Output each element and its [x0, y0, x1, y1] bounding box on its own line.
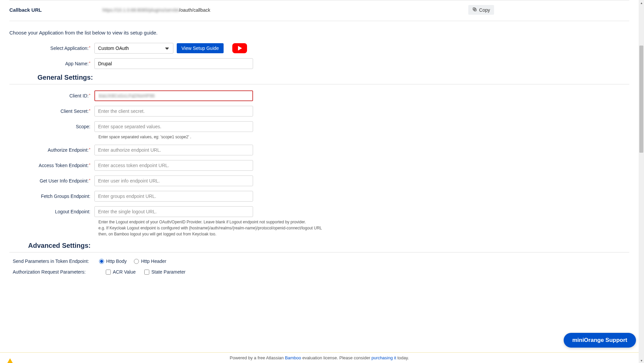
http-header-option[interactable]: Http Header: [134, 259, 166, 264]
user-info-endpoint-input[interactable]: [94, 175, 253, 186]
send-params-label: Send Parameters in Token Endpoint:: [9, 259, 94, 264]
callback-url-label: Callback URL: [9, 7, 102, 13]
state-parameter-checkbox[interactable]: [144, 270, 149, 275]
intro-text: Choose your Application from the list be…: [9, 30, 629, 35]
copy-icon: [472, 7, 477, 13]
app-name-label: App Name:: [9, 61, 94, 66]
state-parameter-option[interactable]: State Parameter: [144, 269, 185, 275]
callback-url-clear: /oauth/callback: [179, 7, 210, 13]
logout-endpoint-input[interactable]: [94, 206, 253, 217]
copy-button-label: Copy: [479, 7, 490, 13]
access-token-endpoint-input[interactable]: [94, 160, 253, 171]
acr-value-label: ACR Value: [113, 269, 136, 275]
access-token-endpoint-label: Access Token Endpoint:: [9, 163, 94, 168]
app-name-input[interactable]: [94, 58, 253, 69]
copy-callback-button[interactable]: Copy: [468, 5, 494, 15]
state-parameter-label: State Parameter: [151, 269, 185, 275]
user-info-endpoint-label: Get User Info Endpoint:: [9, 178, 94, 184]
callback-url-value: https://10.1.0.68:8085/plugins/servlet/o…: [102, 7, 468, 13]
select-application-dropdown[interactable]: Custom OAuth: [94, 43, 173, 54]
view-setup-guide-button[interactable]: View Setup Guide: [177, 43, 224, 53]
general-settings-heading: General Settings:: [37, 74, 629, 81]
select-app-label: Select Application:: [9, 46, 94, 51]
client-secret-label: Client Secret:: [9, 108, 94, 114]
logout-endpoint-label: Logout Endpoint:: [9, 209, 94, 214]
acr-value-checkbox[interactable]: [106, 270, 111, 275]
acr-value-option[interactable]: ACR Value: [106, 269, 136, 275]
advanced-settings-heading: Advanced Settings:: [28, 242, 629, 249]
logout-endpoint-help-text: Enter the Logout endpoint of your OAuth/…: [98, 219, 339, 237]
authorize-endpoint-input[interactable]: [94, 145, 253, 155]
fetch-groups-endpoint-label: Fetch Groups Endpoint:: [9, 194, 94, 199]
scope-label: Scope:: [9, 124, 94, 129]
scope-help-text: Enter space separated values, eg: 'scope…: [98, 134, 339, 140]
callback-url-blurred: https://10.1.0.68:8085/plugins/servlet: [102, 7, 179, 13]
fetch-groups-endpoint-input[interactable]: [94, 191, 253, 202]
scrollbar-track[interactable]: ▴ ▾: [639, 0, 644, 280]
client-id-input[interactable]: [94, 90, 253, 101]
http-body-label: Http Body: [106, 259, 127, 264]
client-secret-input[interactable]: [94, 106, 253, 117]
scope-input[interactable]: [94, 121, 253, 132]
auth-request-params-label: Authorization Request Parameters:: [9, 269, 94, 275]
http-header-label: Http Header: [141, 259, 166, 264]
callback-row: Callback URL https://10.1.0.68:8085/plug…: [9, 0, 629, 21]
http-body-option[interactable]: Http Body: [99, 259, 127, 264]
youtube-play-icon[interactable]: [232, 43, 247, 53]
authorize-endpoint-label: Authorize Endpoint:: [9, 147, 94, 153]
client-id-label: Client ID:: [9, 93, 94, 98]
scroll-up-arrow[interactable]: ▴: [639, 0, 644, 5]
http-body-radio[interactable]: [99, 259, 104, 264]
scrollbar-thumb[interactable]: [639, 46, 643, 153]
http-header-radio[interactable]: [134, 259, 139, 264]
